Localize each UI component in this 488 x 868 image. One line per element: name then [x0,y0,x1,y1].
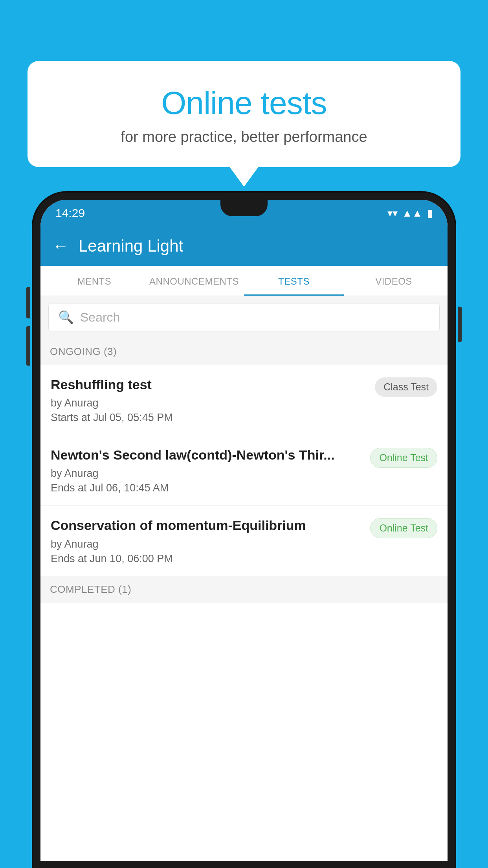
app-bar-title: Learning Light [79,237,183,256]
volume-up-button [26,287,30,318]
test-author-1: by Anurag [51,467,362,480]
bubble-title: Online tests [47,85,441,121]
search-bar[interactable]: 🔍 Search [48,303,440,331]
test-author-0: by Anurag [51,397,367,409]
back-button[interactable]: ← [52,237,69,256]
test-info-0: Reshuffling test by Anurag Starts at Jul… [51,376,375,424]
test-date-0: Starts at Jul 05, 05:45 PM [51,412,367,424]
tabs-bar: MENTS ANNOUNCEMENTS TESTS VIDEOS [40,266,448,296]
test-item-1[interactable]: Newton's Second law(contd)-Newton's Thir… [40,435,448,506]
test-item-2[interactable]: Conservation of momentum-Equilibrium by … [40,506,448,576]
status-icons: ▾▾ ▲▲ ▮ [387,207,433,219]
speech-bubble-container: Online tests for more practice, better p… [28,61,460,167]
status-time: 14:29 [55,206,85,220]
test-badge-2: Online Test [370,518,437,538]
test-list: Reshuffling test by Anurag Starts at Jul… [40,365,448,576]
app-bar: ← Learning Light [40,226,448,266]
test-item-0[interactable]: Reshuffling test by Anurag Starts at Jul… [40,365,448,435]
ongoing-section-header: ONGOING (3) [40,338,448,365]
test-badge-0: Class Test [375,377,437,397]
test-name-0: Reshuffling test [51,376,367,393]
status-bar: 14:29 ▾▾ ▲▲ ▮ [40,200,448,226]
test-badge-1: Online Test [370,448,437,468]
tab-announcements[interactable]: ANNOUNCEMENTS [144,266,244,296]
test-name-2: Conservation of momentum-Equilibrium [51,517,362,534]
power-button [458,307,462,342]
search-container: 🔍 Search [40,296,448,338]
notch [220,200,268,216]
bubble-subtitle: for more practice, better performance [47,129,441,145]
wifi-icon: ▾▾ [387,207,398,219]
battery-icon: ▮ [427,207,433,219]
test-date-2: Ends at Jun 10, 06:00 PM [51,553,362,565]
tab-ments[interactable]: MENTS [44,266,144,296]
search-input[interactable]: Search [80,310,120,325]
phone-frame: 14:29 ▾▾ ▲▲ ▮ ← Learning Light MENTS ANN… [33,193,455,868]
search-icon: 🔍 [58,310,74,325]
test-info-2: Conservation of momentum-Equilibrium by … [51,517,370,565]
test-info-1: Newton's Second law(contd)-Newton's Thir… [51,446,370,494]
test-date-1: Ends at Jul 06, 10:45 AM [51,482,362,494]
tab-videos[interactable]: VIDEOS [344,266,444,296]
tab-tests[interactable]: TESTS [244,266,344,296]
test-name-1: Newton's Second law(contd)-Newton's Thir… [51,446,362,463]
signal-icon: ▲▲ [402,207,422,219]
volume-down-button [26,326,30,366]
speech-bubble: Online tests for more practice, better p… [28,61,460,167]
phone-screen: 14:29 ▾▾ ▲▲ ▮ ← Learning Light MENTS ANN… [40,200,448,861]
test-author-2: by Anurag [51,538,362,550]
completed-section-header: COMPLETED (1) [40,576,448,603]
